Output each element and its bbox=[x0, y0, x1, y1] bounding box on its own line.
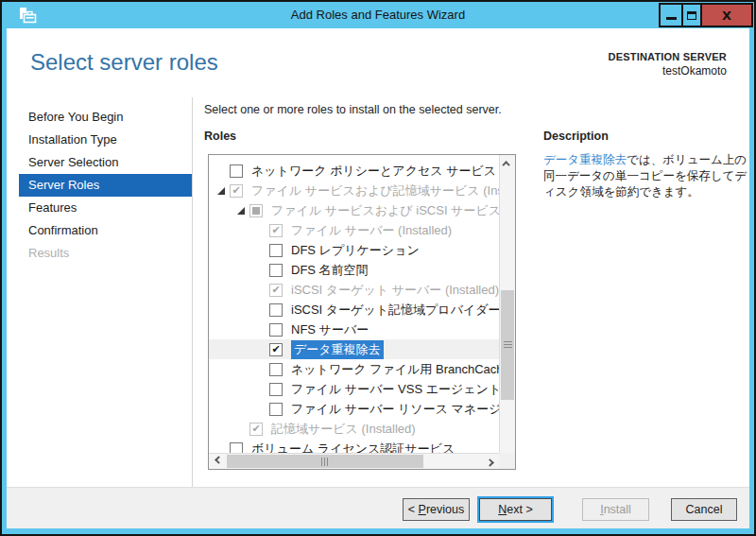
destination-server-name: testOkamoto bbox=[609, 64, 727, 78]
tree-row-label: ファイル サーバー VSS エージェント サービス bbox=[291, 381, 499, 398]
checkbox[interactable] bbox=[269, 363, 283, 376]
maximize-button[interactable] bbox=[681, 3, 702, 27]
tree-row[interactable]: ✔記憶域サービス (Installed) bbox=[209, 419, 499, 439]
tree-row-label: DFS 名前空間 bbox=[291, 262, 369, 279]
checkmark-icon: ✔ bbox=[271, 225, 280, 235]
checkbox[interactable]: ✔ bbox=[230, 184, 243, 198]
sidebar-divider bbox=[192, 97, 193, 487]
tree-row[interactable]: ファイル サーバー リソース マネージャー bbox=[209, 399, 499, 419]
minimize-button[interactable] bbox=[659, 3, 683, 27]
tree-row-label: ボリューム ライセンス認証サービス bbox=[251, 441, 455, 454]
tree-row[interactable]: ファイル サービスおよび iSCSI サービス (Installed) bbox=[209, 200, 499, 220]
cancel-button[interactable]: Cancel bbox=[671, 498, 737, 521]
sidebar-item-confirmation[interactable]: Confirmation bbox=[19, 219, 192, 242]
checkbox[interactable]: ✔ bbox=[249, 423, 263, 436]
destination-server-block: DESTINATION SERVER testOkamoto bbox=[609, 51, 727, 78]
chevron-left-icon bbox=[215, 456, 222, 463]
tree-row[interactable]: ネットワーク ポリシーとアクセス サービス bbox=[209, 161, 499, 181]
page-title: Select server roles bbox=[30, 49, 218, 76]
wizard-window: Add Roles and Features Wizard X Select s… bbox=[0, 0, 756, 536]
checkmark-icon: ✔ bbox=[232, 185, 240, 196]
chevron-up-icon bbox=[502, 161, 509, 168]
destination-server-label: DESTINATION SERVER bbox=[609, 51, 727, 62]
tree-row[interactable]: DFS 名前空間 bbox=[209, 260, 499, 280]
description-panel: データ重複除去では、ボリューム上の同一データの単一コピーを保存してディスク領域を… bbox=[543, 152, 747, 200]
tree-row[interactable]: ボリューム ライセンス認証サービス bbox=[209, 439, 499, 453]
roles-tree: ネットワーク ポリシーとアクセス サービス✔ファイル サービスおよび記憶域サービ… bbox=[208, 154, 516, 470]
checkbox[interactable] bbox=[269, 403, 283, 416]
tree-row-label: ファイル サービスおよび記憶域サービス (Installed) bbox=[251, 182, 499, 199]
roles-tree-rows: ネットワーク ポリシーとアクセス サービス✔ファイル サービスおよび記憶域サービ… bbox=[209, 155, 499, 453]
sidebar-item-installation-type[interactable]: Installation Type bbox=[19, 129, 192, 151]
tree-row[interactable]: NFS サーバー bbox=[209, 320, 499, 339]
checkbox[interactable] bbox=[269, 323, 283, 337]
tree-row-label: ネットワーク ファイル用 BranchCache bbox=[291, 361, 499, 378]
tree-expander-icon[interactable] bbox=[237, 207, 245, 215]
horizontal-scroll-thumb[interactable] bbox=[227, 455, 423, 468]
tree-row[interactable]: ✔ファイル サービスおよび記憶域サービス (Installed) bbox=[209, 181, 499, 200]
scrollbar-corner bbox=[499, 453, 515, 469]
tree-row[interactable]: DFS レプリケーション bbox=[209, 240, 499, 260]
checkbox[interactable]: ✔ bbox=[269, 224, 283, 237]
tree-row-label: 記憶域サービス (Installed) bbox=[271, 421, 416, 438]
scroll-grip-icon bbox=[504, 341, 512, 349]
install-button: Install bbox=[582, 498, 649, 521]
checkbox[interactable] bbox=[230, 164, 243, 178]
roles-label: Roles bbox=[204, 130, 236, 143]
close-icon: X bbox=[722, 9, 731, 23]
checkbox[interactable]: ✔ bbox=[269, 284, 283, 297]
checkbox[interactable] bbox=[249, 204, 263, 217]
tree-row[interactable]: ファイル サーバー VSS エージェント サービス bbox=[209, 379, 499, 399]
sidebar-item-server-roles[interactable]: Server Roles bbox=[19, 174, 192, 197]
horizontal-scrollbar[interactable] bbox=[209, 453, 499, 469]
sidebar-item-results: Results bbox=[19, 242, 192, 265]
wizard-content: Select server roles DESTINATION SERVER t… bbox=[7, 28, 749, 528]
sidebar-item-features[interactable]: Features bbox=[19, 197, 192, 219]
maximize-icon bbox=[687, 11, 696, 20]
footer: < PreviousNext >InstallCancel bbox=[7, 487, 749, 528]
tree-row[interactable]: ✔データ重複除去 bbox=[209, 339, 499, 359]
tree-row-label: NFS サーバー bbox=[291, 321, 369, 338]
tree-row-label: iSCSI ターゲット記憶域プロバイダー (VDS および bbox=[291, 302, 499, 319]
role-description-link[interactable]: データ重複除去 bbox=[543, 153, 627, 166]
scroll-grip-icon bbox=[321, 458, 329, 466]
tree-expander-icon[interactable] bbox=[217, 187, 225, 195]
tree-row-label: ネットワーク ポリシーとアクセス サービス bbox=[251, 163, 496, 180]
checkbox[interactable] bbox=[269, 244, 283, 257]
checkmark-icon: ✔ bbox=[271, 285, 280, 295]
close-button[interactable]: X bbox=[700, 3, 753, 27]
checkbox[interactable] bbox=[269, 264, 283, 277]
tree-row-label: ファイル サーバー リソース マネージャー bbox=[291, 401, 499, 418]
sidebar-item-before-you-begin[interactable]: Before You Begin bbox=[19, 106, 192, 129]
vertical-scroll-thumb[interactable] bbox=[501, 290, 514, 400]
chevron-right-icon bbox=[486, 458, 493, 466]
scroll-right-button[interactable] bbox=[483, 454, 499, 469]
sidebar-item-server-selection[interactable]: Server Selection bbox=[19, 151, 192, 174]
tree-row[interactable]: ✔ファイル サーバー (Installed) bbox=[209, 220, 499, 240]
tree-row-label: ファイル サービスおよび iSCSI サービス (Installed) bbox=[271, 202, 499, 219]
sidebar-nav: Before You BeginInstallation TypeServer … bbox=[7, 106, 192, 265]
next-button[interactable]: Next > bbox=[479, 498, 552, 521]
titlebar[interactable]: Add Roles and Features Wizard X bbox=[2, 2, 754, 28]
tree-row-label: DFS レプリケーション bbox=[291, 242, 420, 259]
tree-row-label: ファイル サーバー (Installed) bbox=[291, 222, 452, 239]
tree-row-label: データ重複除去 bbox=[291, 340, 384, 359]
tree-row[interactable]: ネットワーク ファイル用 BranchCache bbox=[209, 359, 499, 379]
scroll-up-button[interactable] bbox=[500, 155, 515, 171]
checkbox[interactable] bbox=[230, 442, 243, 454]
checkmark-icon: ✔ bbox=[271, 344, 280, 354]
checkbox[interactable]: ✔ bbox=[269, 343, 283, 356]
indeterminate-icon bbox=[252, 207, 260, 215]
checkbox[interactable] bbox=[269, 303, 283, 317]
description-label: Description bbox=[543, 130, 609, 143]
previous-button[interactable]: < Previous bbox=[403, 498, 470, 521]
tree-row[interactable]: ✔iSCSI ターゲット サーバー (Installed) bbox=[209, 280, 499, 300]
checkbox[interactable] bbox=[269, 383, 283, 396]
tree-row[interactable]: iSCSI ターゲット記憶域プロバイダー (VDS および bbox=[209, 300, 499, 320]
minimize-icon bbox=[666, 17, 677, 20]
checkmark-icon: ✔ bbox=[251, 424, 260, 434]
scroll-left-button[interactable] bbox=[209, 454, 225, 469]
window-title: Add Roles and Features Wizard bbox=[2, 8, 754, 22]
vertical-scrollbar[interactable] bbox=[499, 155, 515, 469]
instruction-text: Select one or more roles to install on t… bbox=[204, 103, 502, 116]
